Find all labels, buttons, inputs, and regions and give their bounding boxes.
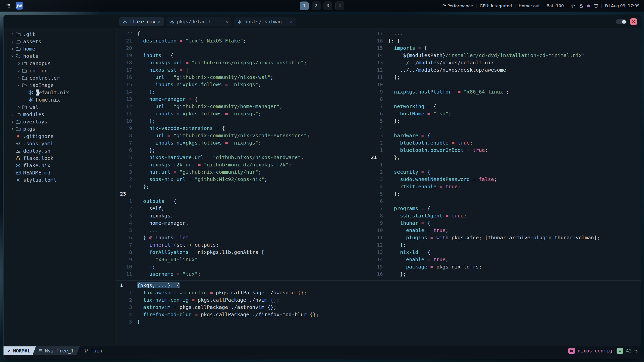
code-line[interactable]: 16 url = "github:nix-community/nixos-wsl… (116, 74, 367, 81)
code-line[interactable]: 1 }; (116, 183, 367, 190)
code-line[interactable]: 10 ]; (116, 263, 367, 270)
status-dot-icon[interactable] (587, 5, 590, 7)
code-line[interactable]: 2 self, (116, 205, 367, 212)
code-line[interactable]: 1 (367, 161, 641, 168)
tree-item-flake.lock[interactable]: flake.lock (4, 154, 116, 162)
code-line[interactable]: 8 forAllSystems = nixpkgs.lib.genAttrs [ (116, 249, 367, 256)
code-line[interactable]: 5 ... (116, 227, 367, 234)
tree-item-.sops.yaml[interactable]: .sops.yaml (4, 140, 116, 147)
code-line[interactable]: 4 (367, 125, 641, 132)
code-line[interactable]: 10 }; (116, 117, 367, 125)
code-line[interactable]: 18 nixpkgs.url = "github:nixos/nixpkgs/n… (116, 59, 367, 66)
code-line[interactable]: 6 (367, 198, 641, 205)
chevron-right-icon[interactable]: › (10, 111, 16, 117)
command-line[interactable] (4, 355, 641, 359)
code-line[interactable]: 2 bluetooth.enable = true; (367, 139, 641, 147)
code-line[interactable]: 11 inputs.nixpkgs.follows = "nixpkgs"; (116, 110, 367, 117)
code-line[interactable]: 9 thunar = { (367, 219, 641, 227)
code-line[interactable]: 21 description = "tux's NixOS Flake"; (116, 37, 367, 44)
code-line[interactable]: 9 "x86_64-linux" (116, 256, 367, 263)
tree-item-overlays[interactable]: ›overlays (4, 118, 116, 125)
code-line[interactable]: 3 astronvim = pkgs.callPackage ./astronv… (116, 304, 641, 311)
code-line[interactable]: 3 nixpkgs, (116, 212, 367, 219)
tree-item-assets[interactable]: ›assets (4, 38, 116, 45)
tree-item-deploy.sh[interactable]: deploy.sh (4, 147, 116, 154)
code-line[interactable]: 13 nix-ld = { (367, 249, 641, 256)
tab-close-icon[interactable]: ✕ (225, 20, 228, 24)
chevron-right-icon[interactable]: › (10, 31, 16, 37)
code-line[interactable]: 10 enable = true; (367, 227, 641, 234)
code-line[interactable]: 4 nixpkgs-f2k.url = "github:moni-dz/nixp… (116, 161, 367, 168)
tree-item-common[interactable]: ›common (4, 67, 116, 74)
tab-flake-nix[interactable]: flake.nix✕ (119, 17, 164, 26)
code-line[interactable]: 11 username = "tux"; (116, 270, 367, 278)
code-line[interactable]: 2 tux-nvim-config = pkgs.callPackage ./n… (116, 296, 641, 304)
tree-item-stylua.toml[interactable]: stylua.toml (4, 176, 116, 184)
workspace-button-4[interactable]: 4 (335, 2, 344, 10)
code-line[interactable]: 22{ (116, 30, 367, 37)
chevron-right-icon[interactable]: › (10, 119, 16, 125)
chevron-right-icon[interactable]: › (16, 104, 22, 110)
chevron-right-icon[interactable]: › (16, 68, 22, 74)
code-line[interactable]: 1 tux-awesome-wm-config = pkgs.callPacka… (116, 289, 641, 296)
code-line[interactable]: 6 hostName = "iso"; (367, 110, 641, 117)
chevron-right-icon[interactable]: › (16, 60, 22, 66)
workspace-button-1[interactable]: 1 (300, 2, 309, 10)
code-line[interactable]: 5 }; (367, 117, 641, 125)
code-line[interactable]: 15 imports = [ (367, 44, 641, 52)
tree-item-wsl[interactable]: ›wsl (4, 103, 116, 111)
code-line[interactable]: 7 programs = { (367, 205, 641, 212)
tree-item-controller[interactable]: ›controller (4, 74, 116, 81)
code-line[interactable]: 7 inherit (self) outputs; (116, 241, 367, 249)
wifi-icon[interactable] (571, 3, 575, 8)
code-line[interactable]: 16 }; (367, 270, 641, 278)
code-line[interactable]: 14 "${modulesPath}/installer/cd-dvd/inst… (367, 52, 641, 59)
code-line[interactable]: 15 inputs.nixpkgs.follows = "nixpkgs"; (116, 81, 367, 88)
code-line[interactable]: 23 (116, 190, 367, 198)
lock-icon[interactable] (579, 3, 583, 8)
tab-pkgs-default-[interactable]: pkgs/default ...✕ (167, 17, 231, 26)
code-line[interactable]: 3 sudo.wheelNeedsPassword = false; (367, 176, 641, 183)
code-line[interactable]: 12 ../../modules/nixos/desktop/awesome (367, 66, 641, 74)
chevron-right-icon[interactable]: › (10, 126, 16, 132)
code-line[interactable]: 4 firefox-mod-blur = pkgs.callPackage ./… (116, 311, 641, 318)
tree-item-home.nix[interactable]: home.nix (4, 96, 116, 103)
tree-item-flake.nix[interactable]: flake.nix (4, 162, 116, 169)
tab-close-icon[interactable]: ✕ (158, 20, 160, 24)
code-line[interactable]: 2 sops-nix.url = "github:Mic92/sops-nix"… (116, 176, 367, 183)
chevron-down-icon[interactable]: › (10, 53, 16, 59)
code-line[interactable]: 12 }; (367, 241, 641, 249)
code-line[interactable]: 7 inputs.nixpkgs.follows = "nixpkgs"; (116, 139, 367, 147)
code-line[interactable]: 8 (367, 96, 641, 103)
code-line[interactable]: 15 package = pkgs.nix-ld-rs; (367, 263, 641, 270)
pane-pkgs-default-nix[interactable]: 1{pkgs, ...}: {1 tux-awesome-wm-config =… (116, 280, 641, 346)
code-line[interactable]: 16}: { (367, 37, 641, 44)
code-line[interactable]: 5 nixos-hardware.url = "github:nixos/nix… (116, 154, 367, 161)
code-line[interactable]: 6 } @ inputs: let (116, 234, 367, 241)
code-line[interactable]: 13 ../../modules/nixos/default.nix (367, 59, 641, 66)
tree-item-modules[interactable]: ›modules (4, 111, 116, 118)
code-line[interactable]: 2 security = { (367, 168, 641, 176)
code-line[interactable]: 4 home-manager, (116, 219, 367, 227)
tab-close-icon[interactable]: ✕ (290, 20, 293, 24)
chevron-right-icon[interactable]: › (16, 75, 22, 81)
code-line[interactable]: 10 (367, 81, 641, 88)
tree-item-default.nix[interactable]: default.nix (4, 89, 116, 96)
pane-flake-nix[interactable]: 22{21 description = "tux's NixOS Flake";… (116, 28, 367, 280)
logo-badge[interactable]: JW (16, 2, 23, 10)
code-line[interactable]: 3 nur.url = "github:nix-community/nur"; (116, 168, 367, 176)
code-line[interactable]: 12 url = "github:nix-community/home-mana… (116, 103, 367, 110)
workspace-button-2[interactable]: 2 (312, 2, 320, 10)
clock[interactable]: Fri Aug 09, 17:09 (605, 4, 639, 8)
code-line[interactable]: 4 rtkit.enable = true; (367, 183, 641, 190)
pane-iso-default-nix[interactable]: 17 ...16}: {15 imports = [14 "${modulesP… (367, 28, 641, 280)
code-line[interactable]: 20 (116, 44, 367, 52)
code-line[interactable]: 5 }; (367, 190, 641, 198)
code-line[interactable]: 3 hardware = { (367, 132, 641, 139)
toggle-switch[interactable] (616, 19, 627, 24)
tree-item-README.md[interactable]: README.md (4, 169, 116, 176)
code-line[interactable]: 14 }; (116, 88, 367, 96)
tree-item-home[interactable]: ›home (4, 45, 116, 52)
code-line[interactable]: 14 enable = true; (367, 256, 641, 263)
tree-item-hosts[interactable]: ›hosts (4, 52, 116, 60)
